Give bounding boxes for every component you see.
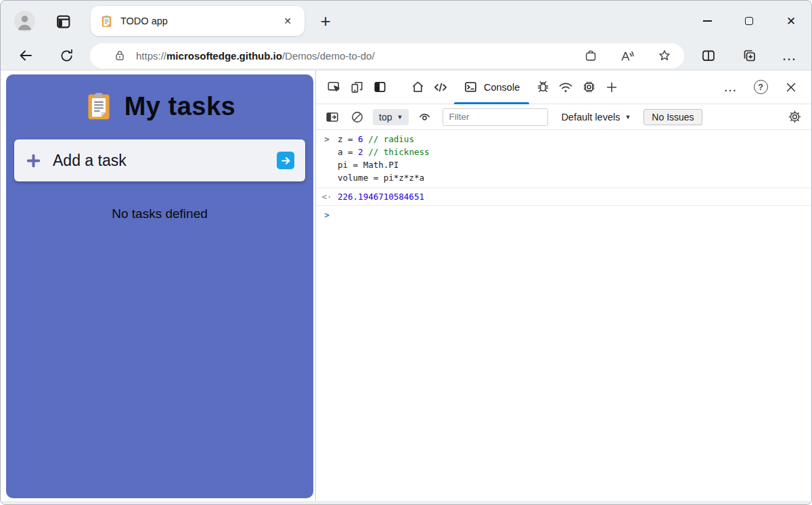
refresh-icon[interactable] bbox=[58, 47, 75, 64]
context-label: top bbox=[379, 112, 392, 123]
empty-state-text: No tasks defined bbox=[6, 206, 313, 221]
favorites-star-icon[interactable] bbox=[657, 48, 672, 63]
console-tab-label: Console bbox=[484, 82, 520, 93]
settings-more-icon[interactable]: … bbox=[782, 47, 797, 64]
close-tab-icon[interactable]: ✕ bbox=[280, 14, 295, 28]
console-sidebar-toggle-icon[interactable] bbox=[323, 108, 342, 127]
close-window-icon[interactable]: ✕ bbox=[786, 16, 796, 26]
add-task-input[interactable]: Add a task bbox=[14, 139, 305, 181]
performance-chip-icon[interactable] bbox=[577, 76, 600, 99]
minimize-window-icon[interactable] bbox=[702, 16, 713, 26]
address-bar[interactable]: https://microsoftedge.github.io/Demos/de… bbox=[90, 43, 684, 68]
network-wifi-icon[interactable] bbox=[554, 76, 577, 99]
clear-console-icon[interactable] bbox=[348, 108, 367, 127]
browser-window: TODO app ✕ + ✕ https://microsoftedge.git… bbox=[0, 0, 812, 505]
result-value: 226.1946710584651 bbox=[338, 190, 424, 203]
url-text: https://microsoftedge.github.io/Demos/de… bbox=[136, 50, 375, 62]
javascript-context-selector[interactable]: top ▼ bbox=[373, 109, 409, 125]
window-content: My tasks Add a task No tasks defined bbox=[1, 70, 811, 501]
tab-title: TODO app bbox=[120, 16, 280, 26]
page-title: My tasks bbox=[125, 92, 236, 121]
caret-down-icon: ▼ bbox=[397, 114, 403, 120]
devtools-panel: Console … ? bbox=[315, 70, 811, 501]
console-command-line: > z = 6 // radius bbox=[316, 133, 811, 146]
debugger-bug-icon[interactable] bbox=[531, 76, 554, 99]
address-bar-actions bbox=[583, 48, 676, 64]
result-arrow-icon: <· bbox=[316, 190, 338, 203]
elements-tab-icon[interactable] bbox=[429, 76, 452, 99]
console-toolbar: top ▼ Default levels ▼ No Issues bbox=[316, 104, 811, 130]
caret-down-icon: ▼ bbox=[625, 114, 631, 120]
navbar-right-actions: … bbox=[700, 47, 797, 64]
app-header: My tasks bbox=[6, 91, 313, 121]
command-chevron: > bbox=[316, 133, 338, 146]
console-icon bbox=[464, 80, 478, 94]
plus-icon bbox=[25, 152, 42, 169]
navigation-bar: https://microsoftedge.github.io/Demos/de… bbox=[1, 41, 811, 70]
window-controls: ✕ bbox=[702, 1, 796, 41]
console-result: <· 226.1946710584651 bbox=[316, 188, 811, 206]
device-emulation-icon[interactable] bbox=[345, 76, 368, 99]
tab-strip: TODO app ✕ + ✕ bbox=[1, 1, 811, 41]
page-viewport: My tasks Add a task No tasks defined bbox=[1, 70, 315, 501]
filter-input[interactable] bbox=[443, 108, 548, 126]
person-icon bbox=[14, 11, 35, 32]
new-tab-icon[interactable]: + bbox=[315, 11, 336, 31]
console-tab[interactable]: Console bbox=[452, 70, 531, 104]
console-prompt[interactable]: > bbox=[316, 206, 811, 225]
lock-icon[interactable] bbox=[113, 49, 127, 62]
collections-icon[interactable] bbox=[741, 47, 757, 64]
tab-actions-menu-icon[interactable] bbox=[51, 9, 74, 32]
clipboard-favicon bbox=[100, 15, 113, 28]
url-domain: microsoftedge.github.io bbox=[166, 50, 282, 62]
welcome-home-icon[interactable] bbox=[406, 76, 429, 99]
back-icon[interactable] bbox=[17, 47, 35, 64]
profile-avatar[interactable] bbox=[14, 11, 35, 32]
todo-app-panel: My tasks Add a task No tasks defined bbox=[6, 74, 313, 498]
split-screen-icon[interactable] bbox=[700, 47, 717, 64]
console-command-line: a = 2 // thickness bbox=[316, 146, 811, 158]
submit-task-button[interactable] bbox=[277, 152, 294, 169]
more-tabs-icon[interactable] bbox=[600, 76, 623, 99]
maximize-window-icon[interactable] bbox=[744, 16, 754, 26]
inspect-element-icon[interactable] bbox=[322, 76, 345, 99]
live-expression-eye-icon[interactable] bbox=[415, 108, 434, 127]
read-aloud-icon[interactable] bbox=[620, 48, 635, 64]
focus-mode-icon[interactable] bbox=[368, 76, 391, 99]
console-command-line: pi = Math.PI bbox=[316, 158, 811, 171]
prompt-chevron-icon: > bbox=[316, 208, 338, 222]
help-icon[interactable]: ? bbox=[749, 76, 772, 99]
window-bottom-edge bbox=[1, 501, 811, 504]
close-devtools-icon[interactable] bbox=[780, 76, 803, 99]
devtools-toolbar: Console … ? bbox=[316, 70, 811, 104]
add-task-label: Add a task bbox=[53, 152, 127, 170]
console-command-line: volume = pi*z*z*a bbox=[316, 171, 811, 184]
console-command: > z = 6 // radius a = 2 // thickness pi … bbox=[316, 130, 811, 188]
browser-tab-todo-app[interactable]: TODO app ✕ bbox=[91, 6, 304, 36]
default-levels-dropdown[interactable]: Default levels ▼ bbox=[561, 112, 631, 123]
more-options-icon[interactable]: … bbox=[719, 76, 742, 99]
console-output[interactable]: > z = 6 // radius a = 2 // thickness pi … bbox=[316, 130, 811, 501]
devtools-toolbar-right: … ? bbox=[719, 76, 805, 99]
console-settings-gear-icon[interactable] bbox=[784, 107, 805, 127]
clipboard-icon bbox=[84, 91, 114, 121]
no-issues-badge[interactable]: No Issues bbox=[644, 109, 702, 125]
arrow-right-icon bbox=[280, 155, 292, 167]
briefcase-icon[interactable] bbox=[583, 48, 598, 63]
